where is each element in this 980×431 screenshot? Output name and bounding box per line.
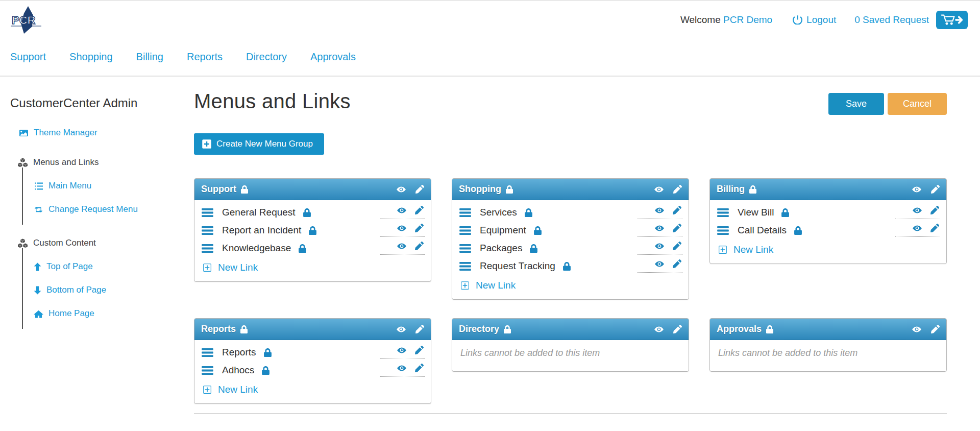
create-new-menu-group-button[interactable]: Create New Menu Group bbox=[194, 133, 324, 155]
pencil-icon[interactable] bbox=[415, 224, 424, 232]
welcome-text: Welcome PCR Demo bbox=[680, 14, 772, 26]
menus-and-links-subgroup: Main Menu Change Request Menu bbox=[22, 167, 194, 225]
eye-icon[interactable] bbox=[396, 364, 407, 372]
create-new-menu-group-label: Create New Menu Group bbox=[216, 139, 313, 149]
pencil-icon[interactable] bbox=[415, 242, 424, 250]
menu-link-label: Reports bbox=[222, 347, 256, 358]
user-name-link[interactable]: PCR Demo bbox=[723, 14, 772, 25]
drag-handle-icon[interactable] bbox=[202, 208, 213, 217]
menu-group-title: Directory bbox=[459, 324, 499, 334]
menu-group-header: Billing bbox=[710, 179, 946, 200]
pencil-icon[interactable] bbox=[673, 259, 681, 268]
pencil-icon[interactable] bbox=[931, 325, 940, 333]
menu-group-card-support: Support General Request bbox=[194, 178, 431, 282]
drag-handle-icon[interactable] bbox=[459, 244, 471, 253]
lock-icon bbox=[241, 185, 248, 194]
pencil-icon[interactable] bbox=[930, 206, 939, 214]
home-icon bbox=[34, 309, 43, 318]
drag-handle-icon[interactable] bbox=[717, 208, 729, 217]
header-actions bbox=[396, 185, 424, 194]
nav-item-support[interactable]: Support bbox=[10, 51, 46, 63]
nav-item-approvals[interactable]: Approvals bbox=[310, 51, 356, 63]
page-title: Menus and Links bbox=[194, 90, 351, 113]
nav-item-reports[interactable]: Reports bbox=[187, 51, 223, 63]
save-button[interactable]: Save bbox=[828, 93, 884, 115]
sidebar-item-change-request-menu[interactable]: Change Request Menu bbox=[34, 204, 194, 214]
pencil-icon[interactable] bbox=[673, 325, 682, 333]
sidebar-item-bottom-of-page[interactable]: Bottom of Page bbox=[34, 285, 194, 295]
menu-link-row: Call Details bbox=[717, 219, 940, 237]
drag-handle-icon[interactable] bbox=[459, 262, 471, 271]
drag-handle-icon[interactable] bbox=[202, 244, 213, 253]
eye-icon[interactable] bbox=[911, 325, 922, 333]
saved-request-link[interactable]: 0 Saved Request bbox=[854, 14, 929, 26]
eye-icon[interactable] bbox=[653, 185, 665, 194]
bottom-of-page-label: Bottom of Page bbox=[46, 285, 106, 295]
new-link-button[interactable]: New Link bbox=[202, 255, 258, 276]
pencil-icon[interactable] bbox=[415, 325, 424, 333]
pencil-icon[interactable] bbox=[931, 185, 940, 194]
eye-icon[interactable] bbox=[654, 242, 665, 250]
logout-label: Logout bbox=[806, 14, 836, 26]
new-link-button[interactable]: New Link bbox=[717, 237, 773, 258]
plus-square-icon bbox=[460, 281, 470, 290]
pencil-icon[interactable] bbox=[673, 185, 682, 194]
pencil-icon[interactable] bbox=[930, 224, 939, 232]
drag-handle-icon[interactable] bbox=[202, 366, 213, 375]
drag-handle-icon[interactable] bbox=[717, 226, 729, 235]
drag-handle-icon[interactable] bbox=[459, 226, 471, 235]
pencil-icon[interactable] bbox=[673, 224, 681, 232]
pencil-icon[interactable] bbox=[415, 346, 424, 354]
pcr-logo[interactable]: PCR bbox=[9, 6, 43, 34]
pencil-icon[interactable] bbox=[673, 242, 681, 250]
eye-icon[interactable] bbox=[396, 185, 407, 194]
eye-icon[interactable] bbox=[912, 206, 923, 214]
nav-item-billing[interactable]: Billing bbox=[136, 51, 163, 63]
menu-link-label: Request Tracking bbox=[480, 260, 555, 272]
new-link-button[interactable]: New Link bbox=[202, 377, 258, 398]
eye-icon[interactable] bbox=[396, 242, 407, 250]
menu-link-label: Call Details bbox=[738, 225, 787, 236]
cancel-button[interactable]: Cancel bbox=[888, 93, 947, 115]
eye-icon[interactable] bbox=[654, 260, 665, 268]
menu-group-card-approvals: Approvals Links cannot be added to this … bbox=[709, 318, 947, 372]
locked-note: Links cannot be added to this item bbox=[717, 341, 940, 366]
arrow-down-icon bbox=[34, 286, 41, 295]
eye-icon[interactable] bbox=[654, 206, 665, 214]
pencil-icon[interactable] bbox=[415, 364, 424, 372]
drag-handle-icon[interactable] bbox=[202, 226, 213, 235]
eye-icon[interactable] bbox=[396, 206, 407, 214]
pencil-icon[interactable] bbox=[415, 206, 424, 214]
eye-icon[interactable] bbox=[396, 224, 407, 232]
cubes-icon bbox=[17, 158, 28, 167]
sidebar-item-top-of-page[interactable]: Top of Page bbox=[34, 261, 194, 272]
eye-icon[interactable] bbox=[654, 224, 665, 232]
nav-item-directory[interactable]: Directory bbox=[246, 51, 287, 63]
nav-item-shopping[interactable]: Shopping bbox=[69, 51, 113, 63]
eye-icon[interactable] bbox=[911, 185, 922, 194]
drag-handle-icon[interactable] bbox=[202, 348, 213, 357]
home-page-label: Home Page bbox=[48, 308, 94, 319]
menu-link-row: Services bbox=[459, 201, 682, 219]
drag-handle-icon[interactable] bbox=[459, 208, 471, 217]
menu-group-title: Shopping bbox=[459, 184, 501, 195]
eye-icon[interactable] bbox=[653, 325, 665, 333]
sidebar-item-theme-manager[interactable]: Theme Manager bbox=[19, 128, 194, 138]
cart-button[interactable] bbox=[936, 11, 968, 29]
sidebar-title: CustomerCenter Admin bbox=[10, 96, 194, 110]
row-actions bbox=[380, 224, 425, 237]
row-actions bbox=[895, 206, 940, 219]
eye-icon[interactable] bbox=[396, 325, 407, 333]
logout-button[interactable]: Logout bbox=[793, 14, 836, 26]
lock-icon bbox=[766, 325, 773, 333]
sidebar-item-main-menu[interactable]: Main Menu bbox=[34, 181, 194, 191]
eye-icon[interactable] bbox=[396, 346, 407, 354]
custom-content-subgroup: Top of Page Bottom of Page Home Page bbox=[22, 248, 194, 329]
pencil-icon[interactable] bbox=[673, 206, 681, 214]
eye-icon[interactable] bbox=[912, 224, 923, 232]
menu-group-title: Billing bbox=[717, 184, 745, 195]
pencil-icon[interactable] bbox=[415, 185, 424, 194]
sidebar-item-home-page[interactable]: Home Page bbox=[34, 308, 194, 319]
new-link-button[interactable]: New Link bbox=[459, 273, 516, 294]
sidebar-section-menus-and-links: Menus and Links bbox=[17, 157, 194, 167]
